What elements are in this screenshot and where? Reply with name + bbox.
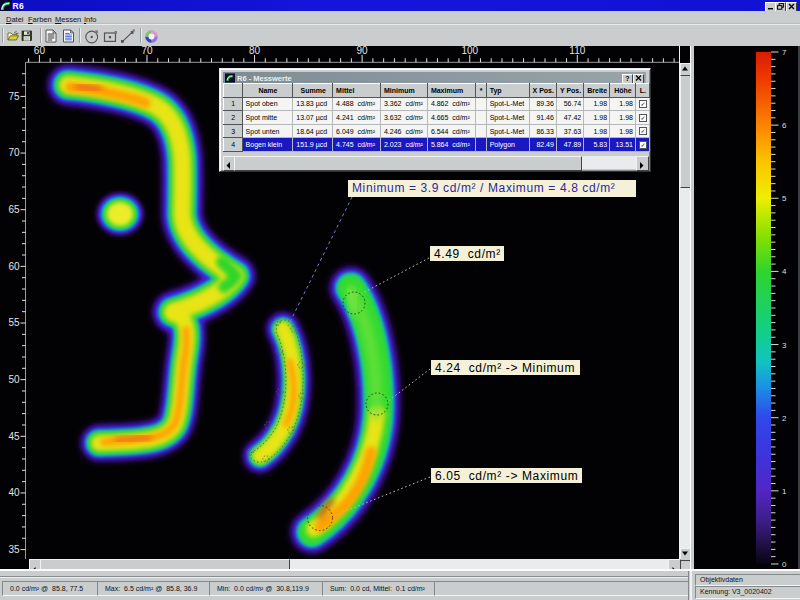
svg-text:4: 4	[782, 267, 787, 276]
svg-text:35: 35	[8, 544, 20, 555]
svg-text:45: 45	[8, 431, 20, 442]
svg-text:65: 65	[8, 204, 20, 215]
svg-text:60: 60	[34, 46, 46, 56]
svg-text:60: 60	[8, 261, 20, 272]
svg-text:70: 70	[141, 46, 153, 56]
svg-text:40: 40	[8, 487, 20, 498]
svg-text:6: 6	[782, 121, 787, 130]
svg-text:1: 1	[782, 487, 787, 496]
svg-text:50: 50	[8, 374, 20, 385]
svg-text:70: 70	[8, 147, 20, 158]
svg-text:100: 100	[461, 46, 478, 56]
svg-text:0: 0	[782, 560, 787, 569]
svg-text:80: 80	[249, 46, 261, 56]
svg-text:90: 90	[357, 46, 369, 56]
svg-text:7: 7	[782, 48, 787, 57]
svg-text:55: 55	[8, 317, 20, 328]
svg-text:110: 110	[569, 46, 585, 56]
svg-text:75: 75	[8, 91, 20, 102]
svg-text:5: 5	[782, 194, 787, 203]
svg-text:2: 2	[782, 414, 787, 423]
svg-text:3: 3	[782, 341, 787, 350]
